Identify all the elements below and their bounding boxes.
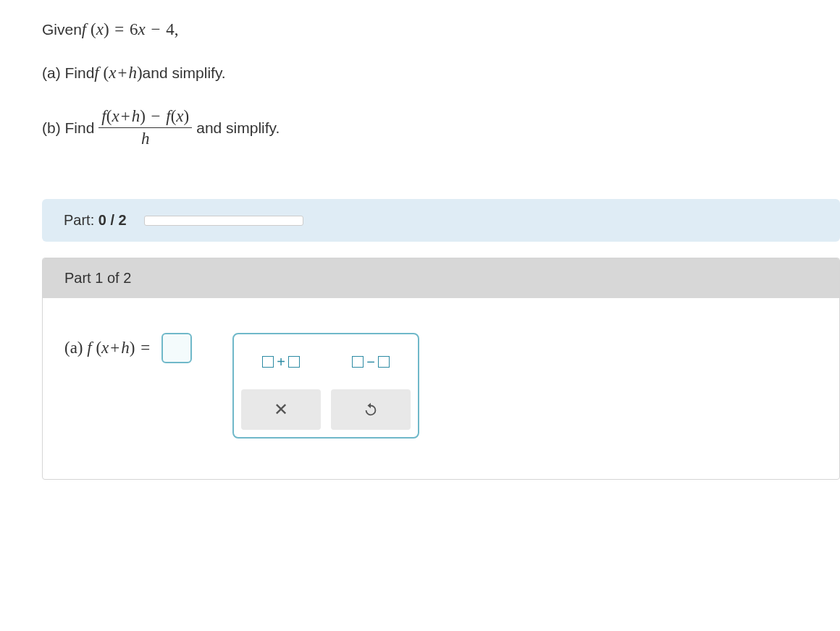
palette-plus-button[interactable]: +	[241, 342, 321, 382]
answer-row: (a) f (x+h) =	[64, 333, 192, 363]
given-text: Given	[42, 21, 82, 38]
part-a-text: (a) Find f (x+h) and simplify.	[42, 64, 840, 82]
part-a-suffix: and simplify.	[143, 64, 226, 82]
part-b-label: (b) Find	[42, 119, 94, 137]
part-a-expr: f (x+h)	[94, 64, 142, 82]
part-b-suffix: and simplify.	[196, 119, 280, 137]
part-1-header: Part 1 of 2	[43, 258, 839, 298]
part-b-text: (b) Find f(x+h) − f(x) h and simplify.	[42, 107, 840, 148]
x-icon: ✕	[274, 399, 288, 420]
answer-input[interactable]	[161, 333, 192, 363]
answer-prompt: (a) f (x+h) =	[64, 339, 151, 357]
palette-minus-button[interactable]: −	[331, 342, 411, 382]
palette-undo-button[interactable]	[331, 389, 411, 430]
fraction: f(x+h) − f(x) h	[98, 107, 192, 148]
undo-icon	[363, 402, 379, 418]
palette-clear-button[interactable]: ✕	[241, 389, 321, 430]
slot-icon	[352, 356, 364, 368]
progress-bar-row: Part: 0 / 2	[42, 199, 840, 242]
slot-icon	[378, 356, 390, 368]
f-definition: f (x) = 6x − 4,	[82, 20, 179, 39]
part-a-label: (a) Find	[42, 64, 94, 82]
part-1-panel: Part 1 of 2 (a) f (x+h) = + −	[42, 258, 840, 480]
given-line: Given f (x) = 6x − 4,	[42, 20, 840, 39]
slot-icon	[262, 356, 274, 368]
slot-icon	[288, 356, 300, 368]
math-palette: + − ✕	[232, 333, 419, 439]
progress-label: Part: 0 / 2	[64, 212, 127, 229]
part-b-expr: f(x+h) − f(x) h	[94, 107, 196, 148]
progress-track	[144, 216, 303, 226]
